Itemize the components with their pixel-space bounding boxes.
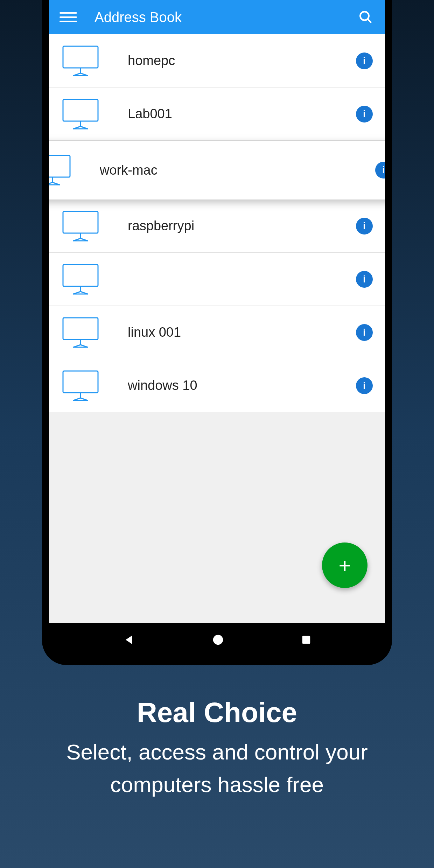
monitor-icon — [49, 149, 75, 191]
list-item[interactable]: raspberrypi i — [49, 200, 385, 253]
info-icon[interactable]: i — [356, 52, 373, 69]
add-button[interactable]: + — [322, 542, 368, 588]
phone-screen: Address Book homepc i Lab001 i work-mac … — [49, 0, 385, 623]
info-icon[interactable]: i — [356, 324, 373, 341]
item-label: homepc — [128, 53, 356, 68]
page-title: Address Book — [94, 9, 357, 25]
monitor-icon — [58, 312, 103, 354]
list-item[interactable]: work-mac i — [49, 141, 385, 200]
info-icon[interactable]: i — [356, 218, 373, 234]
svg-rect-2 — [63, 46, 98, 68]
monitor-icon — [58, 93, 103, 135]
info-icon[interactable]: i — [375, 162, 385, 178]
svg-line-1 — [368, 19, 371, 23]
phone-frame: Address Book homepc i Lab001 i work-mac … — [42, 0, 392, 665]
nav-back-icon[interactable] — [122, 634, 135, 648]
monitor-icon — [58, 40, 103, 82]
svg-rect-7 — [63, 99, 98, 121]
monitor-icon — [58, 205, 103, 247]
nav-recent-icon[interactable] — [301, 635, 312, 646]
svg-point-37 — [213, 635, 223, 645]
list-item[interactable]: linux 001 i — [49, 306, 385, 359]
nav-home-icon[interactable] — [212, 634, 224, 647]
android-nav-bar — [49, 623, 385, 658]
list-item[interactable]: i — [49, 253, 385, 306]
item-label: Lab001 — [128, 106, 356, 121]
item-label: windows 10 — [128, 378, 356, 393]
info-icon[interactable]: i — [356, 377, 373, 394]
svg-point-0 — [360, 12, 369, 20]
svg-rect-17 — [63, 211, 98, 233]
search-icon[interactable] — [357, 8, 374, 26]
item-label: linux 001 — [128, 325, 356, 340]
svg-rect-22 — [63, 265, 98, 286]
info-icon[interactable]: i — [356, 106, 373, 122]
list-item[interactable]: Lab001 i — [49, 88, 385, 141]
list-item[interactable]: windows 10 i — [49, 359, 385, 412]
svg-rect-38 — [302, 636, 310, 644]
marketing-subtext: Select, access and control your computer… — [0, 736, 434, 801]
svg-rect-32 — [63, 371, 98, 393]
svg-rect-27 — [63, 318, 98, 340]
info-icon[interactable]: i — [356, 271, 373, 288]
list-item[interactable]: homepc i — [49, 34, 385, 88]
address-list: homepc i Lab001 i work-mac i raspberrypi… — [49, 34, 385, 412]
item-label: work-mac — [100, 163, 375, 178]
monitor-icon — [58, 365, 103, 407]
marketing-text: Real Choice Select, access and control y… — [0, 696, 434, 801]
marketing-headline: Real Choice — [0, 696, 434, 729]
monitor-icon — [58, 258, 103, 300]
app-bar: Address Book — [49, 0, 385, 34]
menu-icon[interactable] — [59, 8, 77, 26]
svg-rect-12 — [49, 155, 70, 177]
item-label: raspberrypi — [128, 218, 356, 233]
